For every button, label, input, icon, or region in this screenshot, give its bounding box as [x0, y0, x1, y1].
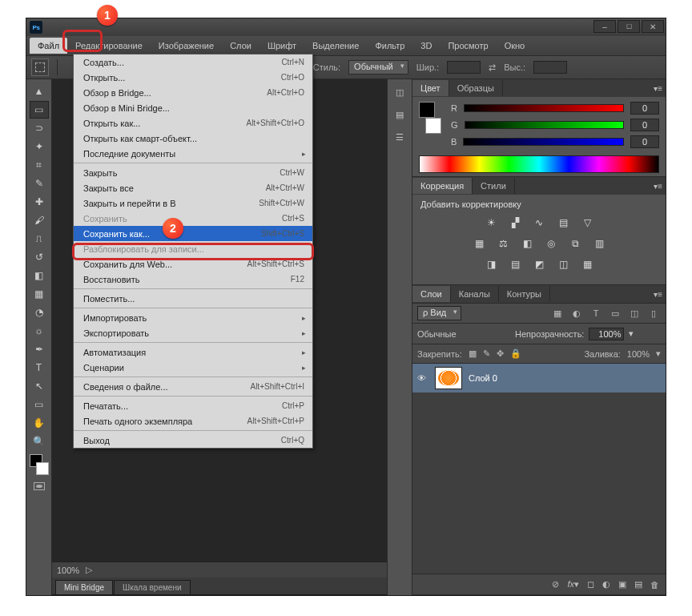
link-layers-icon[interactable]: ⊘	[552, 579, 559, 590]
menu-item[interactable]: Сохранить для Web...Alt+Shift+Ctrl+S	[74, 256, 312, 272]
menu-выделение[interactable]: Выделение	[304, 38, 367, 54]
pen-tool[interactable]: ✒	[30, 340, 49, 358]
crop-tool[interactable]: ⌗	[30, 156, 49, 174]
blend-mode-select[interactable]: Обычные	[417, 329, 505, 339]
menu-item[interactable]: ВосстановитьF12	[74, 272, 312, 287]
hue-icon[interactable]: ▦	[471, 236, 487, 251]
menu-item[interactable]: Открыть как...Alt+Shift+Ctrl+O	[74, 115, 312, 131]
menu-item[interactable]: Экспортировать	[74, 325, 312, 340]
mask-icon[interactable]: ◻	[587, 579, 594, 590]
menu-item[interactable]: Закрыть всеAlt+Ctrl+W	[74, 180, 312, 195]
wand-tool[interactable]: ✦	[30, 138, 49, 155]
menu-item[interactable]: ЗакрытьCtrl+W	[74, 165, 312, 180]
menu-item[interactable]: Печать одного экземпляраAlt+Shift+Ctrl+P	[74, 413, 312, 429]
gradient-tool[interactable]: ▦	[30, 285, 49, 303]
fg-bg-swatches[interactable]	[419, 102, 441, 134]
bw-icon[interactable]: ◧	[519, 236, 535, 251]
g-slider[interactable]	[465, 121, 624, 129]
actions-panel-icon[interactable]: ▤	[391, 107, 408, 123]
zoom-level[interactable]: 100%	[57, 566, 79, 575]
menu-item[interactable]: Сведения о файле...Alt+Shift+Ctrl+I	[74, 379, 312, 394]
fg-bg-tool-swatch[interactable]	[30, 454, 49, 475]
doc-info-icon[interactable]: ▷	[86, 565, 92, 575]
history-panel-icon[interactable]: ◫	[391, 84, 408, 100]
blur-tool[interactable]: ◔	[30, 304, 49, 321]
fill-input[interactable]: 100%	[627, 349, 650, 359]
tab-color[interactable]: Цвет	[412, 80, 449, 96]
panel-menu-icon[interactable]: ▾≡	[654, 182, 662, 191]
menu-item[interactable]: Сценарии	[74, 360, 312, 375]
heal-tool[interactable]: ✚	[30, 193, 49, 211]
marquee-tool-preset-icon[interactable]	[31, 58, 49, 76]
brightness-icon[interactable]: ☀	[483, 215, 499, 230]
menu-item[interactable]: Обзор в Bridge...Alt+Ctrl+O	[74, 85, 312, 100]
panel-menu-icon[interactable]: ▾≡	[654, 290, 662, 299]
menu-item[interactable]: Импортировать	[74, 310, 312, 325]
menu-item[interactable]: ВыходCtrl+Q	[74, 433, 312, 448]
hand-tool[interactable]: ✋	[30, 414, 49, 432]
panel-menu-icon[interactable]: ▾≡	[654, 84, 662, 93]
filter-type-icon[interactable]: T	[589, 308, 603, 318]
filter-shape-icon[interactable]: ▭	[608, 308, 622, 319]
menu-просмотр[interactable]: Просмотр	[440, 38, 496, 54]
filter-image-icon[interactable]: ▦	[550, 308, 565, 319]
quick-mask-icon[interactable]	[30, 479, 48, 493]
menu-редактирование[interactable]: Редактирование	[67, 38, 151, 54]
levels-icon[interactable]: ▞	[507, 215, 523, 230]
layer-filter-select[interactable]: ρ Вид	[417, 306, 461, 320]
new-layer-icon[interactable]: ▤	[634, 579, 642, 590]
tab-layers[interactable]: Слои	[412, 286, 451, 302]
layer-list[interactable]: 👁 Слой 0	[412, 364, 666, 574]
filter-smart-icon[interactable]: ◫	[627, 308, 642, 319]
properties-panel-icon[interactable]: ☰	[391, 129, 408, 145]
tab-paths[interactable]: Контуры	[499, 286, 550, 302]
stamp-tool[interactable]: ⎍	[30, 230, 49, 248]
menu-окно[interactable]: Окно	[497, 38, 533, 54]
path-tool[interactable]: ↖	[30, 377, 49, 395]
r-slider[interactable]	[464, 104, 624, 112]
fill-arrow-icon[interactable]: ▾	[656, 348, 661, 359]
move-tool[interactable]: ▲	[30, 83, 49, 100]
g-input[interactable]: 0	[630, 119, 659, 131]
menu-item[interactable]: Последние документы	[74, 146, 312, 161]
history-brush-tool[interactable]: ↺	[30, 248, 49, 266]
lock-paint-icon[interactable]: ✎	[483, 348, 490, 359]
b-input[interactable]: 0	[630, 135, 659, 148]
tab-styles[interactable]: Стили	[473, 178, 515, 194]
menu-3d[interactable]: 3D	[412, 38, 440, 54]
visibility-icon[interactable]: 👁	[417, 373, 428, 383]
dodge-tool[interactable]: ☼	[30, 322, 49, 340]
tab-mini-bridge[interactable]: Mini Bridge	[55, 580, 113, 594]
tab-swatches[interactable]: Образцы	[449, 80, 503, 96]
menu-item[interactable]: Создать...Ctrl+N	[74, 54, 312, 70]
opacity-input[interactable]: 100%	[589, 328, 624, 340]
lock-pos-icon[interactable]: ✥	[497, 348, 504, 359]
height-input[interactable]	[533, 61, 567, 74]
menu-файл[interactable]: Файл	[30, 38, 67, 54]
mixer-icon[interactable]: ⧉	[567, 236, 583, 251]
filter-adjust-icon[interactable]: ◐	[569, 308, 584, 319]
r-input[interactable]: 0	[630, 102, 659, 115]
balance-icon[interactable]: ⚖	[495, 236, 511, 251]
minimize-button[interactable]: –	[593, 20, 616, 33]
menu-item[interactable]: Обзор в Mini Bridge...	[74, 100, 312, 115]
filter-toggle-icon[interactable]: ▯	[646, 308, 661, 319]
poster-icon[interactable]: ▤	[507, 257, 523, 272]
invert-icon[interactable]: ◨	[483, 257, 499, 272]
tab-channels[interactable]: Каналы	[451, 286, 499, 302]
marquee-tool[interactable]: ▭	[30, 101, 49, 119]
menu-item[interactable]: Закрыть и перейти в BShift+Ctrl+W	[74, 195, 312, 211]
width-input[interactable]	[447, 61, 481, 74]
zoom-tool[interactable]: 🔍	[30, 433, 49, 450]
eraser-tool[interactable]: ◧	[30, 267, 49, 284]
vibrance-icon[interactable]: ▽	[579, 215, 595, 230]
opacity-arrow-icon[interactable]: ▾	[629, 328, 634, 339]
style-select[interactable]: Обычный	[348, 60, 408, 74]
eyedropper-tool[interactable]: ✎	[30, 175, 49, 192]
lut-icon[interactable]: ▥	[591, 236, 607, 251]
swap-icon[interactable]: ⇄	[489, 62, 496, 73]
layer-name[interactable]: Слой 0	[469, 373, 497, 383]
tab-adjustments[interactable]: Коррекция	[412, 178, 473, 194]
menu-фильтр[interactable]: Фильтр	[367, 38, 412, 54]
menu-item[interactable]: Открыть как смарт-объект...	[74, 131, 312, 146]
